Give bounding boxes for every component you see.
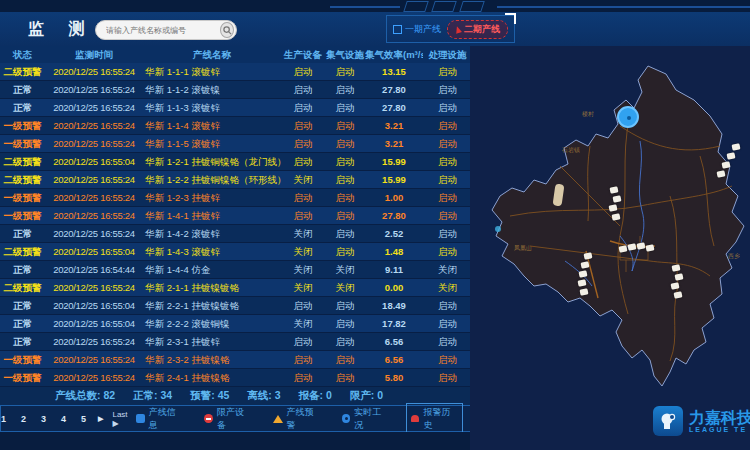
table-row[interactable]: 二级预警 2020/12/25 16:55:24 华新 1-1-1 滚镀锌 启动…: [0, 63, 472, 81]
decor-tabs: [405, 1, 483, 12]
checkbox-icon: [393, 25, 402, 34]
brand-logo: 力嘉科技 LEAGUE TE: [653, 406, 750, 436]
table-row[interactable]: 正常 2020/12/25 16:55:24 华新 1-4-2 滚镀锌 关闭 启…: [0, 225, 472, 243]
col-time: 监测时间: [45, 46, 143, 63]
monitor-time: 2020/12/25 16:55:24: [45, 207, 143, 224]
table-row[interactable]: 二级预警 2020/12/25 16:55:04 华新 1-4-3 滚镀锌 关闭…: [0, 243, 472, 261]
table-row[interactable]: 一级预警 2020/12/25 16:55:24 华新 1-2-3 挂镀锌 启动…: [0, 189, 472, 207]
line-name: 华新 1-4-4 仿金: [143, 261, 281, 278]
summary-item: 报备: 0: [299, 389, 332, 403]
page-button[interactable]: 2: [18, 413, 29, 425]
search-input[interactable]: [96, 26, 220, 35]
next-page-button[interactable]: ▶: [98, 415, 103, 423]
phase2-toggle[interactable]: 二期产线: [447, 20, 508, 39]
treat-facility-state: 启动: [423, 207, 472, 224]
treat-facility-state: 启动: [423, 81, 472, 98]
page-button[interactable]: 3: [38, 413, 49, 425]
gas-efficiency: 0.00: [365, 279, 423, 296]
treat-facility-state: 启动: [423, 351, 472, 368]
gas-efficiency: 13.15: [365, 63, 423, 80]
monitor-time: 2020/12/25 16:55:24: [45, 171, 143, 188]
table-header: 状态 监测时间 产线名称 生产设备 集气设施 集气效率(m³/s) 处理设施: [0, 46, 472, 64]
col-name: 产线名称: [143, 46, 281, 63]
monitor-time: 2020/12/25 16:55:24: [45, 225, 143, 242]
gas-efficiency: 3.21: [365, 135, 423, 152]
line-name: 华新 1-2-3 挂镀锌: [143, 189, 281, 206]
prod-equipment-state: 启动: [281, 63, 325, 80]
lake: [495, 226, 501, 232]
line-name: 华新 2-4-1 挂镀镍铬: [143, 369, 281, 386]
line-name: 华新 1-4-2 滚镀锌: [143, 225, 281, 242]
search-icon[interactable]: [220, 22, 234, 38]
table-row[interactable]: 正常 2020/12/25 16:54:44 华新 1-4-4 仿金 关闭 关闭…: [0, 261, 472, 279]
prod-equipment-state: 启动: [281, 99, 325, 116]
table-row[interactable]: 一级预警 2020/12/25 16:55:24 华新 1-1-5 滚镀锌 启动…: [0, 135, 472, 153]
map-panel: 楼村石岩镇凤凰山西乡 力嘉科技 LEAGUE TE: [470, 46, 750, 450]
gas-facility-state: 启动: [325, 207, 365, 224]
legend-item-warn[interactable]: 产线预警: [269, 404, 325, 434]
gas-facility-state: 启动: [325, 369, 365, 386]
line-name: 华新 1-1-3 滚镀锌: [143, 99, 281, 116]
legend-item-info[interactable]: 产线信息: [132, 404, 187, 434]
table-row[interactable]: 一级预警 2020/12/25 16:55:24 华新 1-4-1 挂镀锌 启动…: [0, 207, 472, 225]
treat-facility-state: 启动: [423, 189, 472, 206]
monitor-time: 2020/12/25 16:55:04: [45, 315, 143, 332]
line-name: 华新 2-3-1 挂镀锌: [143, 333, 281, 350]
gas-facility-state: 启动: [325, 297, 365, 314]
legend-item-bell[interactable]: 报警历史: [406, 403, 463, 435]
legend-item-live[interactable]: 实时工况: [338, 404, 393, 434]
table-row[interactable]: 二级预警 2020/12/25 16:55:04 华新 1-2-1 挂镀铜镍铬（…: [0, 153, 472, 171]
gas-facility-state: 启动: [325, 225, 365, 242]
treat-facility-state: 启动: [423, 99, 472, 116]
map-marker-active[interactable]: [617, 106, 639, 128]
col-treat: 处理设施: [423, 46, 472, 63]
gas-facility-state: 关闭: [325, 261, 365, 278]
table-row[interactable]: 正常 2020/12/25 16:55:04 华新 2-2-2 滚镀铜镍 关闭 …: [0, 315, 472, 333]
gas-facility-state: 启动: [325, 135, 365, 152]
page-button[interactable]: 5: [78, 413, 89, 425]
gas-efficiency: 3.21: [365, 117, 423, 134]
table-row[interactable]: 二级预警 2020/12/25 16:55:24 华新 2-1-1 挂镀镍镀铬 …: [0, 279, 472, 297]
district-map[interactable]: [470, 46, 750, 396]
gas-facility-state: 启动: [325, 153, 365, 170]
col-eff: 集气效率(m³/s): [365, 46, 423, 63]
legend-item-ban[interactable]: 限产设备: [200, 404, 255, 434]
table-row[interactable]: 一级预警 2020/12/25 16:55:24 华新 2-4-1 挂镀镍铬 启…: [0, 369, 472, 387]
gas-facility-state: 启动: [325, 351, 365, 368]
gas-facility-state: 启动: [325, 81, 365, 98]
prod-equipment-state: 启动: [281, 351, 325, 368]
gas-efficiency: 27.80: [365, 81, 423, 98]
summary-item: 限产: 0: [350, 389, 383, 403]
table-row[interactable]: 一级预警 2020/12/25 16:55:24 华新 1-1-4 滚镀锌 启动…: [0, 117, 472, 135]
table-row[interactable]: 正常 2020/12/25 16:55:24 华新 2-3-1 挂镀锌 启动 启…: [0, 333, 472, 351]
status-badge: 一级预警: [0, 351, 45, 368]
gas-facility-state: 启动: [325, 333, 365, 350]
monitor-time: 2020/12/25 16:55:24: [45, 63, 143, 80]
info-icon: [136, 414, 145, 423]
monitor-time: 2020/12/25 16:55:04: [45, 297, 143, 314]
prod-equipment-state: 启动: [281, 135, 325, 152]
last-page-button[interactable]: Last ▶: [112, 410, 132, 428]
phase-toggle-group: 一期产线 二期产线: [386, 15, 515, 43]
prod-equipment-state: 关闭: [281, 171, 325, 188]
page-button[interactable]: 1: [0, 413, 9, 425]
phase1-label: 一期产线: [405, 23, 441, 36]
gas-efficiency: 15.99: [365, 171, 423, 188]
table-row[interactable]: 正常 2020/12/25 16:55:24 华新 1-1-2 滚镀镍 启动 启…: [0, 81, 472, 99]
table-row[interactable]: 二级预警 2020/12/25 16:55:24 华新 1-2-2 挂镀铜镍铬（…: [0, 171, 472, 189]
bottom-bar: 12345▶Last ▶ 产线信息 限产设备 产线预警 实时工况 报警历史: [0, 405, 472, 432]
page-button[interactable]: 4: [58, 413, 69, 425]
gas-efficiency: 6.56: [365, 351, 423, 368]
prod-equipment-state: 关闭: [281, 261, 325, 278]
prod-equipment-state: 启动: [281, 117, 325, 134]
phase1-toggle[interactable]: 一期产线: [393, 23, 441, 36]
monitor-time: 2020/12/25 16:55:24: [45, 117, 143, 134]
table-row[interactable]: 一级预警 2020/12/25 16:55:24 华新 2-3-2 挂镀镍铬 启…: [0, 351, 472, 369]
table-row[interactable]: 正常 2020/12/25 16:55:24 华新 1-1-3 滚镀锌 启动 启…: [0, 99, 472, 117]
table-row[interactable]: 正常 2020/12/25 16:55:04 华新 2-2-1 挂镀镍镀铬 启动…: [0, 297, 472, 315]
prod-equipment-state: 启动: [281, 333, 325, 350]
status-badge: 一级预警: [0, 117, 45, 134]
gas-facility-state: 启动: [325, 99, 365, 116]
gas-facility-state: 启动: [325, 315, 365, 332]
pagination: 12345▶Last ▶: [0, 410, 132, 428]
